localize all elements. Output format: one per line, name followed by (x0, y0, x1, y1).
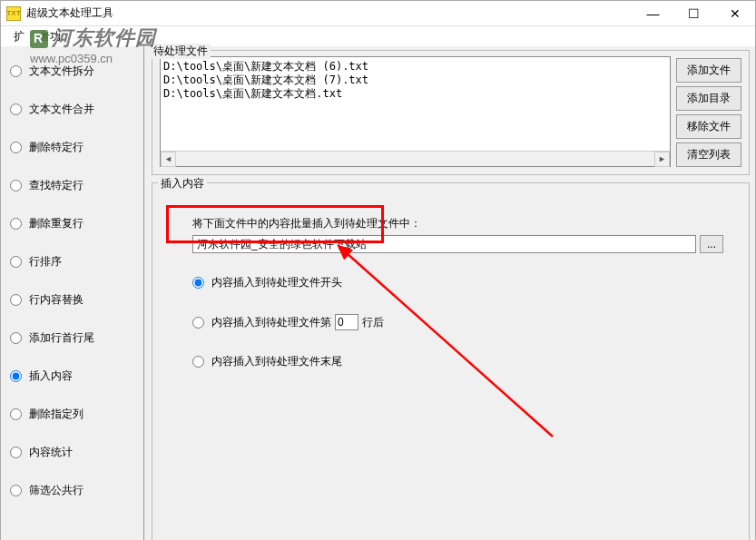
sidebar-option-label: 添加行首行尾 (29, 330, 94, 346)
insert-group-label: 插入内容 (158, 176, 207, 191)
menu-file[interactable]: 扩 (6, 27, 32, 46)
browse-button[interactable]: ... (700, 235, 723, 253)
sidebar-option[interactable]: 删除重复行 (5, 213, 140, 234)
sidebar-option[interactable]: 删除指定列 (5, 404, 140, 425)
horizontal-scrollbar[interactable]: ◄ ► (161, 151, 670, 166)
minimize-button[interactable]: — (633, 1, 673, 26)
sidebar-option[interactable]: 查找特定行 (5, 175, 140, 196)
sidebar-option-label: 行内容替换 (29, 292, 83, 308)
sidebar-option[interactable]: 文本文件合并 (5, 99, 140, 120)
scroll-left-icon[interactable]: ◄ (161, 152, 176, 167)
sidebar-radio[interactable] (10, 256, 22, 268)
sidebar-option[interactable]: 筛选公共行 (5, 480, 140, 501)
sidebar-option-label: 删除指定列 (29, 407, 83, 422)
option-begin-label: 内容插入到待处理文件开头 (211, 275, 342, 290)
sidebar-option[interactable]: 插入内容 (5, 366, 140, 387)
file-buttons: 添加文件 添加目录 移除文件 清空列表 (676, 58, 741, 167)
window-controls: — ☐ ✕ (633, 1, 755, 26)
sidebar-option-label: 内容统计 (29, 445, 73, 460)
file-list[interactable]: D:\tools\桌面\新建文本文档 (6).txt D:\tools\桌面\新… (161, 57, 670, 151)
sidebar-option[interactable]: 文本文件拆分 (5, 61, 140, 82)
remove-file-button[interactable]: 移除文件 (676, 114, 741, 139)
file-group: 待处理文件 D:\tools\桌面\新建文本文档 (6).txt D:\tool… (152, 50, 750, 175)
insert-file-input[interactable] (192, 235, 696, 253)
sidebar-radio[interactable] (10, 180, 22, 191)
add-dir-button[interactable]: 添加目录 (676, 86, 741, 111)
sidebar-radio[interactable] (10, 218, 22, 230)
radio-insert-end[interactable] (192, 356, 204, 368)
app-icon: TXT (6, 6, 21, 21)
window-title: 超级文本处理工具 (26, 5, 633, 21)
app-window: TXT 超级文本处理工具 — ☐ ✕ 扩 者功 河东软件园 www.pc0359… (0, 0, 756, 540)
sidebar-radio[interactable] (10, 485, 22, 496)
close-button[interactable]: ✕ (714, 1, 755, 26)
titlebar: TXT 超级文本处理工具 — ☐ ✕ (1, 1, 755, 26)
sidebar-radio[interactable] (10, 103, 22, 115)
radio-insert-begin[interactable] (192, 277, 204, 289)
maximize-button[interactable]: ☐ (673, 1, 714, 26)
sidebar-option[interactable]: 添加行首行尾 (5, 328, 140, 349)
line-number-input[interactable] (335, 314, 358, 330)
insert-content-group: 插入内容 将下面文件中的内容批量插入到待处理文件中： ... 内容插入到待处理文… (152, 182, 750, 540)
add-file-button[interactable]: 添加文件 (676, 58, 741, 83)
sidebar-option[interactable]: 内容统计 (5, 442, 140, 463)
insert-option-begin[interactable]: 内容插入到待处理文件开头 (192, 275, 723, 290)
clear-list-button[interactable]: 清空列表 (676, 142, 741, 167)
sidebar-option[interactable]: 删除特定行 (5, 137, 140, 158)
radio-insert-linenum[interactable] (192, 317, 204, 329)
sidebar-option-label: 删除重复行 (29, 216, 83, 231)
sidebar-option[interactable]: 行内容替换 (5, 290, 140, 310)
menu-help[interactable]: 者功 (32, 27, 68, 46)
sidebar-option-label: 删除特定行 (29, 140, 83, 155)
sidebar-option-label: 行排序 (29, 254, 62, 270)
scroll-right-icon[interactable]: ► (654, 152, 670, 167)
sidebar: 文本文件拆分文本文件合并删除特定行查找特定行删除重复行行排序行内容替换添加行首行… (1, 46, 144, 540)
sidebar-radio[interactable] (10, 447, 22, 458)
sidebar-option-label: 查找特定行 (29, 178, 83, 193)
file-list-container: D:\tools\桌面\新建文本文档 (6).txt D:\tools\桌面\新… (160, 56, 671, 167)
sidebar-option-label: 文本文件拆分 (29, 64, 94, 79)
sidebar-option-label: 筛选公共行 (29, 483, 83, 498)
sidebar-radio[interactable] (10, 65, 22, 77)
insert-input-row: ... (192, 235, 723, 253)
sidebar-option-label: 插入内容 (29, 368, 73, 384)
sidebar-radio[interactable] (10, 294, 22, 306)
sidebar-option[interactable]: 行排序 (5, 251, 140, 272)
sidebar-radio[interactable] (10, 370, 22, 382)
sidebar-radio[interactable] (10, 332, 22, 344)
option-linenum-suffix: 行后 (362, 315, 384, 330)
option-linenum-prefix: 内容插入到待处理文件第 (211, 315, 331, 330)
main-panel: 待处理文件 D:\tools\桌面\新建文本文档 (6).txt D:\tool… (144, 46, 755, 540)
content-area: 文本文件拆分文本文件合并删除特定行查找特定行删除重复行行排序行内容替换添加行首行… (1, 46, 755, 540)
menubar: 扩 者功 (1, 26, 755, 46)
insert-option-end[interactable]: 内容插入到待处理文件末尾 (192, 354, 723, 369)
sidebar-radio[interactable] (10, 142, 22, 153)
scroll-track[interactable] (176, 152, 654, 167)
insert-option-linenum[interactable]: 内容插入到待处理文件第 行后 (192, 314, 723, 330)
sidebar-option-label: 文本文件合并 (29, 102, 94, 117)
option-end-label: 内容插入到待处理文件末尾 (211, 354, 342, 369)
instruction-text: 将下面文件中的内容批量插入到待处理文件中： (192, 216, 723, 231)
sidebar-radio[interactable] (10, 408, 22, 420)
insert-body: 将下面文件中的内容批量插入到待处理文件中： ... 内容插入到待处理文件开头 内… (160, 189, 741, 402)
